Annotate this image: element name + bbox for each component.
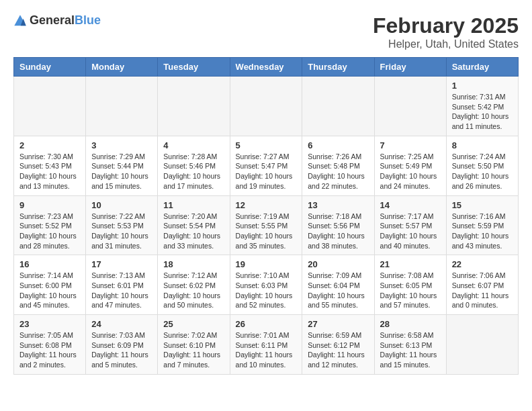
day-cell xyxy=(446,315,518,375)
day-info: Sunrise: 7:22 AM Sunset: 5:53 PM Dayligh… xyxy=(91,212,152,251)
day-cell: 21Sunrise: 7:08 AM Sunset: 6:05 PM Dayli… xyxy=(374,255,446,315)
day-cell: 24Sunrise: 7:03 AM Sunset: 6:09 PM Dayli… xyxy=(86,315,158,375)
day-cell: 16Sunrise: 7:14 AM Sunset: 6:00 PM Dayli… xyxy=(14,255,86,315)
week-row-5: 23Sunrise: 7:05 AM Sunset: 6:08 PM Dayli… xyxy=(14,315,519,375)
day-info: Sunrise: 7:09 AM Sunset: 6:04 PM Dayligh… xyxy=(308,271,368,310)
day-number: 23 xyxy=(19,319,80,329)
day-number: 6 xyxy=(308,140,368,150)
day-number: 13 xyxy=(308,200,368,210)
day-info: Sunrise: 7:16 AM Sunset: 5:59 PM Dayligh… xyxy=(452,212,513,251)
day-number: 4 xyxy=(163,140,224,150)
subtitle: Helper, Utah, United States xyxy=(373,38,519,50)
day-number: 28 xyxy=(380,319,441,329)
main-title: February 2025 xyxy=(373,13,519,38)
day-number: 2 xyxy=(19,140,80,150)
day-number: 1 xyxy=(452,81,513,91)
day-cell: 7Sunrise: 7:25 AM Sunset: 5:49 PM Daylig… xyxy=(374,136,446,195)
day-cell: 14Sunrise: 7:17 AM Sunset: 5:57 PM Dayli… xyxy=(374,195,446,255)
day-number: 25 xyxy=(163,319,224,329)
day-cell xyxy=(86,77,158,136)
day-number: 20 xyxy=(308,259,368,269)
day-cell xyxy=(374,77,446,136)
day-number: 10 xyxy=(91,200,152,210)
header-day-sunday: Sunday xyxy=(14,58,86,77)
day-cell: 6Sunrise: 7:26 AM Sunset: 5:48 PM Daylig… xyxy=(302,136,374,195)
day-info: Sunrise: 7:23 AM Sunset: 5:52 PM Dayligh… xyxy=(19,212,80,251)
day-cell: 8Sunrise: 7:24 AM Sunset: 5:50 PM Daylig… xyxy=(446,136,518,195)
day-number: 16 xyxy=(19,259,80,269)
day-cell: 10Sunrise: 7:22 AM Sunset: 5:53 PM Dayli… xyxy=(86,195,158,255)
day-info: Sunrise: 7:27 AM Sunset: 5:47 PM Dayligh… xyxy=(236,152,297,191)
day-cell: 25Sunrise: 7:02 AM Sunset: 6:10 PM Dayli… xyxy=(158,315,230,375)
header-day-tuesday: Tuesday xyxy=(158,58,230,77)
header-day-friday: Friday xyxy=(374,58,446,77)
logo-blue: Blue xyxy=(75,13,101,27)
day-number: 21 xyxy=(380,259,441,269)
header-day-thursday: Thursday xyxy=(302,58,374,77)
day-info: Sunrise: 7:02 AM Sunset: 6:10 PM Dayligh… xyxy=(163,330,224,370)
day-info: Sunrise: 7:30 AM Sunset: 5:43 PM Dayligh… xyxy=(19,152,80,191)
day-info: Sunrise: 7:29 AM Sunset: 5:44 PM Dayligh… xyxy=(91,152,152,191)
day-info: Sunrise: 7:19 AM Sunset: 5:55 PM Dayligh… xyxy=(236,212,297,251)
calendar-header: SundayMondayTuesdayWednesdayThursdayFrid… xyxy=(14,58,519,77)
day-info: Sunrise: 7:25 AM Sunset: 5:49 PM Dayligh… xyxy=(380,152,441,191)
day-cell: 3Sunrise: 7:29 AM Sunset: 5:44 PM Daylig… xyxy=(86,136,158,195)
day-number: 27 xyxy=(308,319,368,329)
day-number: 19 xyxy=(236,259,297,269)
day-cell: 23Sunrise: 7:05 AM Sunset: 6:08 PM Dayli… xyxy=(14,315,86,375)
week-row-4: 16Sunrise: 7:14 AM Sunset: 6:00 PM Dayli… xyxy=(14,255,519,315)
day-info: Sunrise: 7:01 AM Sunset: 6:11 PM Dayligh… xyxy=(236,330,297,370)
day-cell: 20Sunrise: 7:09 AM Sunset: 6:04 PM Dayli… xyxy=(302,255,374,315)
day-info: Sunrise: 7:13 AM Sunset: 6:01 PM Dayligh… xyxy=(91,271,152,310)
day-number: 5 xyxy=(236,140,297,150)
day-info: Sunrise: 6:59 AM Sunset: 6:12 PM Dayligh… xyxy=(308,330,368,370)
logo-icon xyxy=(13,14,27,28)
logo-text: GeneralBlue xyxy=(30,13,101,28)
day-number: 11 xyxy=(163,200,224,210)
day-cell: 1Sunrise: 7:31 AM Sunset: 5:42 PM Daylig… xyxy=(446,77,518,136)
day-cell: 18Sunrise: 7:12 AM Sunset: 6:02 PM Dayli… xyxy=(158,255,230,315)
day-cell: 22Sunrise: 7:06 AM Sunset: 6:07 PM Dayli… xyxy=(446,255,518,315)
day-info: Sunrise: 7:14 AM Sunset: 6:00 PM Dayligh… xyxy=(19,271,80,310)
day-info: Sunrise: 7:26 AM Sunset: 5:48 PM Dayligh… xyxy=(308,152,368,191)
day-number: 12 xyxy=(236,200,297,210)
day-cell: 28Sunrise: 6:58 AM Sunset: 6:13 PM Dayli… xyxy=(374,315,446,375)
day-cell: 12Sunrise: 7:19 AM Sunset: 5:55 PM Dayli… xyxy=(230,195,302,255)
day-number: 26 xyxy=(236,319,297,329)
calendar: SundayMondayTuesdayWednesdayThursdayFrid… xyxy=(13,57,519,375)
day-info: Sunrise: 7:28 AM Sunset: 5:46 PM Dayligh… xyxy=(163,152,224,191)
day-cell xyxy=(14,77,86,136)
header-day-monday: Monday xyxy=(86,58,158,77)
header-row: SundayMondayTuesdayWednesdayThursdayFrid… xyxy=(14,58,519,77)
day-number: 14 xyxy=(380,200,441,210)
day-info: Sunrise: 6:58 AM Sunset: 6:13 PM Dayligh… xyxy=(380,330,441,370)
day-number: 8 xyxy=(452,140,513,150)
day-number: 17 xyxy=(91,259,152,269)
day-cell xyxy=(302,77,374,136)
header-day-saturday: Saturday xyxy=(446,58,518,77)
day-cell: 13Sunrise: 7:18 AM Sunset: 5:56 PM Dayli… xyxy=(302,195,374,255)
week-row-3: 9Sunrise: 7:23 AM Sunset: 5:52 PM Daylig… xyxy=(14,195,519,255)
day-info: Sunrise: 7:20 AM Sunset: 5:54 PM Dayligh… xyxy=(163,212,224,251)
day-number: 22 xyxy=(452,259,513,269)
day-info: Sunrise: 7:06 AM Sunset: 6:07 PM Dayligh… xyxy=(452,271,513,310)
day-cell: 26Sunrise: 7:01 AM Sunset: 6:11 PM Dayli… xyxy=(230,315,302,375)
day-info: Sunrise: 7:24 AM Sunset: 5:50 PM Dayligh… xyxy=(452,152,513,191)
day-info: Sunrise: 7:17 AM Sunset: 5:57 PM Dayligh… xyxy=(380,212,441,251)
day-number: 7 xyxy=(380,140,441,150)
day-cell: 11Sunrise: 7:20 AM Sunset: 5:54 PM Dayli… xyxy=(158,195,230,255)
day-number: 15 xyxy=(452,200,513,210)
title-area: February 2025 Helper, Utah, United State… xyxy=(373,13,519,50)
day-cell: 17Sunrise: 7:13 AM Sunset: 6:01 PM Dayli… xyxy=(86,255,158,315)
day-cell: 27Sunrise: 6:59 AM Sunset: 6:12 PM Dayli… xyxy=(302,315,374,375)
day-info: Sunrise: 7:03 AM Sunset: 6:09 PM Dayligh… xyxy=(91,330,152,370)
calendar-body: 1Sunrise: 7:31 AM Sunset: 5:42 PM Daylig… xyxy=(14,77,519,375)
day-info: Sunrise: 7:12 AM Sunset: 6:02 PM Dayligh… xyxy=(163,271,224,310)
day-cell: 2Sunrise: 7:30 AM Sunset: 5:43 PM Daylig… xyxy=(14,136,86,195)
day-info: Sunrise: 7:05 AM Sunset: 6:08 PM Dayligh… xyxy=(19,330,80,370)
day-number: 24 xyxy=(91,319,152,329)
day-info: Sunrise: 7:18 AM Sunset: 5:56 PM Dayligh… xyxy=(308,212,368,251)
header-day-wednesday: Wednesday xyxy=(230,58,302,77)
day-cell xyxy=(230,77,302,136)
week-row-1: 1Sunrise: 7:31 AM Sunset: 5:42 PM Daylig… xyxy=(14,77,519,136)
